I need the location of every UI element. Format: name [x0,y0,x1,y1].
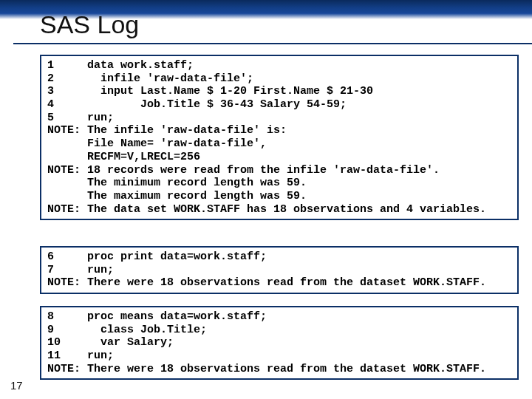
slide: SAS Log 1 data work.staff; 2 infile 'raw… [0,0,532,399]
title-underline [13,43,532,44]
log-block-2: 6 proc print data=work.staff; 7 run; NOT… [40,246,519,294]
page-title: SAS Log [40,10,139,39]
log-block-3: 8 proc means data=work.staff; 9 class Jo… [40,306,519,380]
log-block-1: 1 data work.staff; 2 infile 'raw-data-fi… [40,55,519,220]
slide-number: 17 [10,379,23,392]
